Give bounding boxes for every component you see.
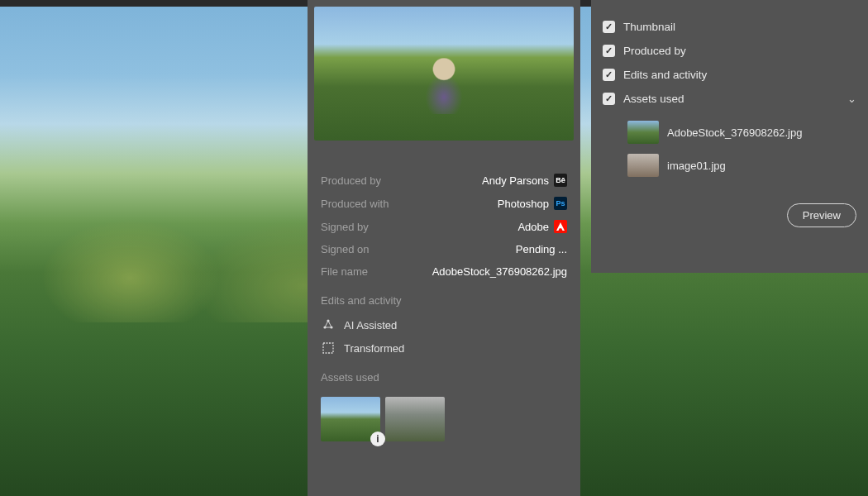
- label-signed-on: Signed on: [321, 243, 370, 255]
- activity-label: Transformed: [344, 342, 404, 355]
- label-file-name: File name: [321, 265, 368, 278]
- edits-activity-header: Edits and activity: [308, 283, 580, 313]
- chevron-down-icon[interactable]: ⌄: [847, 93, 856, 105]
- checkbox-icon[interactable]: ✓: [603, 69, 615, 81]
- options-list: ✓ Thumbnail ✓ Produced by ✓ Edits and ac…: [603, 15, 856, 111]
- value-signed-by: Adobe: [517, 221, 549, 233]
- assets-used-header: Assets used: [308, 360, 580, 390]
- photoshop-icon: Ps: [554, 197, 567, 210]
- asset-thumb-2[interactable]: [385, 397, 445, 441]
- label-produced-with: Produced with: [321, 198, 389, 210]
- file-thumbnail: [627, 154, 659, 177]
- row-produced-by: Produced by Andy Parsons Bē: [321, 169, 567, 192]
- info-icon[interactable]: i: [370, 432, 385, 446]
- option-label: Produced by: [623, 45, 856, 57]
- option-label: Assets used: [623, 93, 839, 105]
- metadata-rows: Produced by Andy Parsons Bē Produced wit…: [308, 164, 580, 283]
- row-signed-on: Signed on Pending ...: [321, 238, 567, 260]
- activity-list: AI Assisted Transformed: [308, 313, 580, 360]
- row-signed-by: Signed by Adobe: [321, 215, 567, 238]
- asset-thumb-1[interactable]: i: [321, 397, 380, 441]
- activity-label: AI Assisted: [344, 319, 397, 331]
- option-edits-activity[interactable]: ✓ Edits and activity: [603, 63, 856, 87]
- value-produced-with: Photoshop: [498, 198, 549, 210]
- checkbox-icon[interactable]: ✓: [603, 93, 615, 105]
- asset-files-list: AdobeStock_376908262.jpg image01.jpg: [603, 111, 856, 188]
- asset-file-row[interactable]: AdobeStock_376908262.jpg: [627, 116, 856, 149]
- label-signed-by: Signed by: [321, 221, 369, 233]
- ai-assisted-icon: [321, 317, 336, 332]
- file-name: image01.jpg: [667, 160, 726, 172]
- label-produced-by: Produced by: [321, 174, 381, 187]
- asset-file-row[interactable]: image01.jpg: [627, 149, 856, 182]
- adobe-icon: [554, 220, 567, 233]
- transformed-icon: [321, 341, 336, 355]
- credentials-options-panel: ✓ Thumbnail ✓ Produced by ✓ Edits and ac…: [591, 0, 868, 273]
- content-credentials-panel: Produced by Andy Parsons Bē Produced wit…: [308, 0, 580, 496]
- checkbox-icon[interactable]: ✓: [603, 45, 615, 57]
- value-produced-by: Andy Parsons: [482, 174, 549, 187]
- value-signed-on: Pending ...: [516, 243, 567, 255]
- file-name: AdobeStock_376908262.jpg: [667, 126, 802, 139]
- option-label: Thumbnail: [623, 21, 856, 33]
- behance-icon: Bē: [554, 174, 567, 187]
- activity-transformed: Transformed: [321, 336, 567, 360]
- preview-thumbnail: [314, 7, 574, 141]
- option-assets-used[interactable]: ✓ Assets used ⌄: [603, 87, 856, 111]
- asset-thumbnails: i: [308, 390, 580, 448]
- value-file-name: AdobeStock_376908262.jpg: [432, 265, 567, 278]
- checkbox-icon[interactable]: ✓: [603, 21, 615, 33]
- option-produced-by[interactable]: ✓ Produced by: [603, 39, 856, 63]
- file-thumbnail: [627, 121, 659, 144]
- activity-ai-assisted: AI Assisted: [321, 313, 567, 336]
- option-label: Edits and activity: [623, 69, 856, 81]
- option-thumbnail[interactable]: ✓ Thumbnail: [603, 15, 856, 39]
- row-file-name: File name AdobeStock_376908262.jpg: [321, 260, 567, 283]
- preview-button[interactable]: Preview: [787, 203, 856, 227]
- row-produced-with: Produced with Photoshop Ps: [321, 192, 567, 215]
- svg-rect-3: [323, 343, 333, 353]
